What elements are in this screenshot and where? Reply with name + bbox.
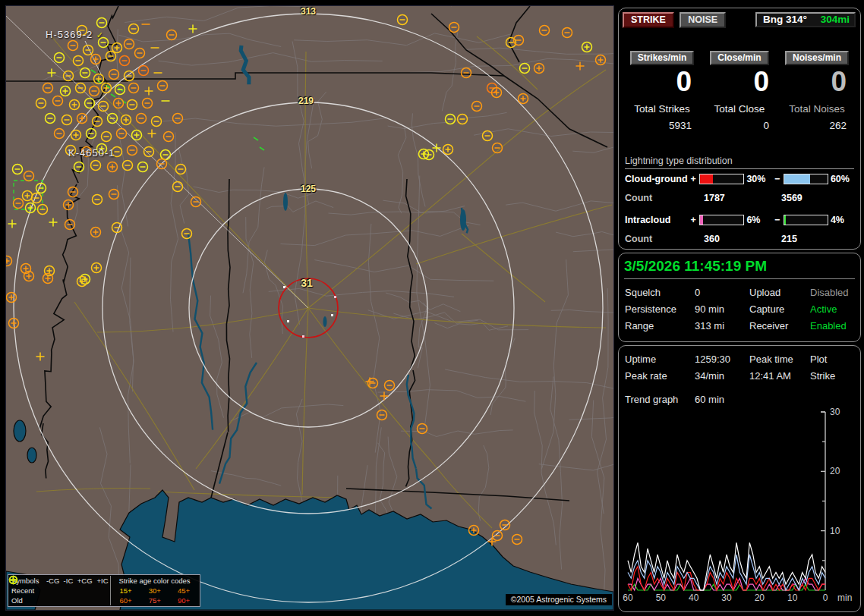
persistence-value: 90 min [695,303,749,315]
nexstorm-app: 313 219 125 31 H-5369-2 ✓ K-4650-1 Symbo… [0,0,864,616]
noise-mode-button[interactable]: NOISE [680,12,726,28]
svg-text:10: 10 [830,526,840,536]
cg-label: Cloud-ground [625,174,689,184]
ic-negative-count: 215 [781,234,797,244]
system-status-panel: 3/5/2026 11:45:19 PM Squelch 0 Upload Di… [618,253,861,342]
noises-per-min-button[interactable]: Noises/min [785,51,849,65]
ic-count-row: Count 360 215 [625,234,797,244]
intracloud-row: Intracloud + 6% − 4% [625,215,857,225]
ic-negative-pct: 4% [831,215,857,225]
plus-sign: + [689,215,697,225]
capture-label: Capture [749,303,810,315]
cg-positive-bar [699,174,744,184]
cloud-ground-row: Cloud-ground + 30% − 60% [625,174,857,184]
ring-label-313: 313 [301,6,316,17]
storm-cell-label-h5369[interactable]: H-5369-2 ✓ [46,29,104,40]
distribution-title: Lightning type distribution [625,156,854,169]
svg-text:min: min [837,592,852,603]
receiver-status: Enabled [810,320,863,332]
legend-header-row: Symbols -CG -IC +CG +IC Strike age color… [10,576,198,586]
cell-check-icon: ✓ [96,30,104,39]
plus-sign: + [689,174,697,184]
svg-text:20: 20 [755,592,765,603]
legend-age-title: Strike age color codes [111,576,198,586]
lightning-map[interactable]: 313 219 125 31 H-5369-2 ✓ K-4650-1 Symbo… [6,6,613,610]
bearing-indicator: Bng 314° 304mi [755,12,856,27]
svg-text:20: 20 [830,466,840,476]
map-legend: Symbols -CG -IC +CG +IC Strike age color… [8,574,200,607]
legend-col-neg-ic: -IC [61,576,75,586]
ring-label-219: 219 [298,96,314,106]
receiver-label: Receiver [749,320,810,332]
svg-text:30: 30 [830,407,840,417]
count-label: Count [625,234,704,244]
ic-positive-count: 360 [704,234,781,244]
minus-sign: − [773,215,780,225]
cg-positive-pct: 30% [746,174,773,184]
storm-cell-label-k4650[interactable]: K-4650-1 [68,147,115,159]
cg-negative-pct: 60% [831,174,857,184]
capture-status: Active [810,303,863,315]
svg-text:0: 0 [823,592,828,603]
legend-col-pos-cg: +CG [75,576,95,586]
cg-count-row: Count 1787 3569 [625,193,803,203]
cg-negative-bar [784,174,828,184]
total-close-value: 0 [701,120,778,131]
legend-col-pos-ic: +IC [95,576,111,586]
legend-old-row: Old 60+ 75+ 90+ [10,596,198,605]
close-per-min-button[interactable]: Close/min [710,51,768,65]
cg-positive-count: 1787 [704,193,781,203]
cg-negative-count: 3569 [781,193,803,203]
trend-graph: 1020306050403020100min [619,346,860,611]
ic-positive-bar [699,215,744,225]
strikes-per-min-button[interactable]: Strikes/min [630,51,695,65]
storm-cell-id: H-5369-2 [46,29,93,40]
noises-rate-value: 0 [778,68,856,96]
squelch-label: Squelch [625,287,695,298]
svg-text:30: 30 [721,592,732,603]
trend-panel: Uptime 1259:30 Peak time Plot Peak rate … [618,345,861,612]
age-code-90: 90+ [169,596,198,605]
age-code-75: 75+ [140,596,169,605]
age-code-15: 15+ [111,586,140,596]
legend-recent-label: Recent [10,586,44,596]
legend-recent-row: Recent 15+ 30+ 45+ [10,586,198,596]
range-label: Range [625,320,695,332]
ring-label-125: 125 [301,184,316,194]
persistence-label: Persistence [625,303,695,315]
ring-label-31: 31 [301,277,313,289]
total-noises-label: Total Noises [778,103,856,115]
squelch-value: 0 [695,287,749,298]
total-noises-value: 262 [778,120,856,131]
svg-text:60: 60 [623,592,633,603]
svg-text:10: 10 [787,592,798,603]
svg-text:40: 40 [689,592,699,603]
legend-col-neg-cg: -CG [44,576,61,586]
strikes-rate-value: 0 [623,68,701,96]
upload-status: Disabled [810,287,863,298]
strike-stats-panel: STRIKE NOISE Bng 314° 304mi Strikes/min … [618,8,861,250]
age-code-45: 45+ [169,586,198,596]
plus-icon [8,575,18,585]
close-rate-value: 0 [701,68,778,96]
svg-text:50: 50 [656,592,667,603]
datetime-display: 3/5/2026 11:45:19 PM [624,258,855,279]
total-close-label: Total Close [701,103,778,115]
copyright-text: ©2005 Astrogenic Systems [506,594,612,605]
bearing-distance: 304mi [821,14,850,25]
count-label: Count [625,193,704,203]
ic-positive-pct: 6% [746,215,773,225]
strike-mode-button[interactable]: STRIKE [623,12,674,28]
upload-label: Upload [749,287,810,298]
legend-old-label: Old [10,596,44,605]
age-code-30: 30+ [140,586,169,596]
ic-label: Intracloud [625,215,689,225]
range-value: 313 mi [695,320,749,332]
age-code-60: 60+ [111,596,140,605]
minus-sign: − [773,174,780,184]
ic-negative-bar [784,215,828,225]
total-strikes-label: Total Strikes [623,103,701,115]
bearing-value: Bng 314° [763,14,807,25]
storm-cell-id: K-4650-1 [68,147,115,159]
total-strikes-value: 5931 [623,120,701,131]
